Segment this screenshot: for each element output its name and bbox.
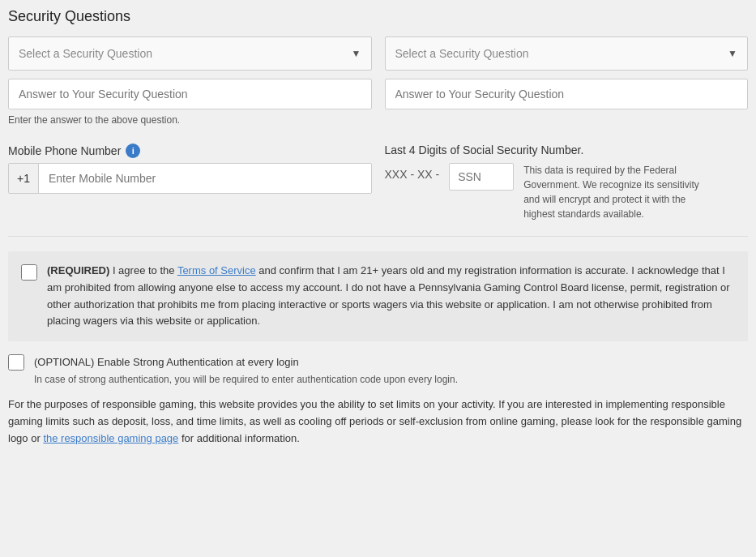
- strong-auth-checkbox[interactable]: [8, 354, 24, 371]
- security-question-1-select[interactable]: Select a Security Question: [9, 37, 371, 70]
- terms-text: (REQUIRED) I agree to the Terms of Servi…: [47, 263, 735, 330]
- mobile-label: Mobile Phone Number: [8, 144, 121, 157]
- answer-1-input[interactable]: [8, 79, 372, 109]
- ssn-label: Last 4 Digits of Social Security Number.: [385, 144, 749, 156]
- terms-checkbox[interactable]: [21, 264, 37, 281]
- page-title: Security Questions: [8, 8, 748, 25]
- security-question-2-dropdown[interactable]: Select a Security Question ▼: [385, 36, 749, 71]
- security-question-2-select[interactable]: Select a Security Question: [386, 37, 748, 70]
- terms-section: (REQUIRED) I agree to the Terms of Servi…: [8, 251, 748, 341]
- responsible-gaming-link[interactable]: the responsible gaming page: [43, 432, 178, 444]
- terms-of-service-link[interactable]: Terms of Service: [177, 264, 256, 276]
- answer-2-input[interactable]: [385, 79, 749, 109]
- phone-input-group: +1: [8, 163, 372, 194]
- optional-auth-label: (OPTIONAL) Enable Strong Authentication …: [34, 356, 299, 368]
- optional-auth-section: (OPTIONAL) Enable Strong Authentication …: [8, 353, 748, 385]
- section-divider: [8, 236, 748, 237]
- ssn-note: This data is required by the Federal Gov…: [523, 163, 702, 221]
- ssn-input[interactable]: [449, 163, 514, 191]
- security-question-1-dropdown[interactable]: Select a Security Question ▼: [8, 36, 372, 71]
- answer-1-hint: Enter the answer to the above question.: [8, 114, 372, 126]
- info-icon[interactable]: i: [126, 144, 140, 158]
- responsible-gaming-text: For the purposes of responsible gaming, …: [8, 396, 748, 447]
- ssn-prefix: XXX - XX -: [385, 163, 440, 181]
- mobile-number-input[interactable]: [39, 164, 371, 193]
- optional-auth-hint: In case of strong authentication, you wi…: [8, 374, 748, 385]
- phone-prefix: +1: [9, 164, 39, 193]
